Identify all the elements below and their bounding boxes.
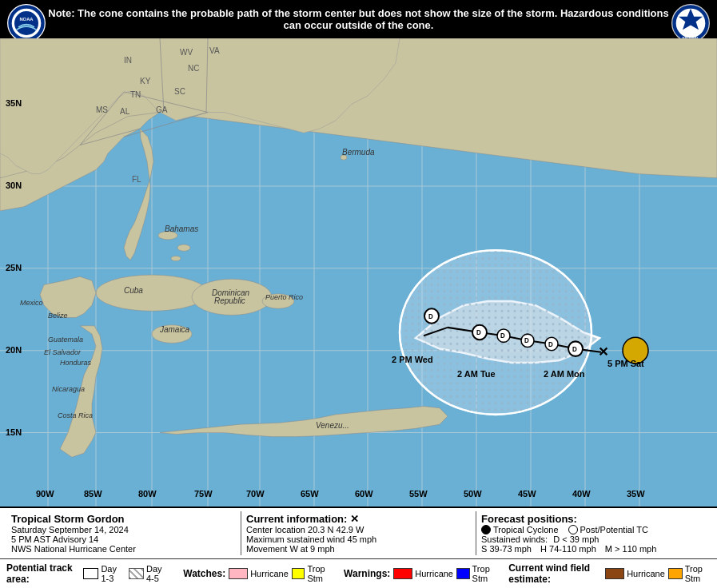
storm-advisory: 5 PM AST Advisory 14 [11, 534, 236, 544]
svg-text:70W: 70W [246, 489, 265, 499]
map-area: 35N 30N 25N 20N 15N 90W 85W 80W 75W 70W … [0, 38, 717, 507]
day13-icon [83, 568, 98, 579]
svg-text:D: D [476, 329, 481, 336]
svg-text:65W: 65W [301, 489, 319, 499]
svg-text:35W: 35W [627, 489, 645, 499]
wind-field-title: Current wind field estimate: [508, 562, 602, 585]
wind-field-section: Current wind field estimate: Hurricane T… [508, 562, 711, 585]
s-range: S 39-73 mph [481, 544, 532, 554]
svg-text:NC: NC [188, 64, 199, 73]
hurricane-field-icon [605, 568, 624, 579]
svg-text:45W: 45W [518, 489, 536, 499]
svg-text:D: D [548, 340, 553, 348]
map-svg: 35N 30N 25N 20N 15N 90W 85W 80W 75W 70W … [0, 38, 717, 507]
post-tc-legend: Post/Potential TC [568, 525, 648, 534]
svg-text:15N: 15N [6, 427, 22, 436]
potential-track-section: Potential track area: Day 1-3 Day 4-5 [6, 562, 170, 585]
trop-watch-legend: Trop Stm [292, 564, 331, 583]
svg-text:Venezu...: Venezu... [316, 421, 349, 430]
svg-text:Costa Rica: Costa Rica [58, 411, 93, 419]
svg-text:40W: 40W [572, 489, 591, 499]
info-row1: Tropical Storm Gordon Saturday September… [0, 508, 717, 559]
svg-point-41 [177, 244, 190, 251]
svg-text:SC: SC [174, 87, 185, 96]
storm-agency: NWS National Hurricane Center [11, 544, 236, 554]
post-tc-icon [568, 525, 578, 534]
day45-label: Day 4-5 [146, 564, 170, 583]
watches-title: Watches: [183, 568, 225, 579]
svg-text:2 AM Tue: 2 AM Tue [457, 368, 496, 378]
note-bar: NOAA NATIONAL Note: The cone contains th… [0, 0, 717, 38]
svg-text:2 AM Mon: 2 AM Mon [544, 368, 585, 378]
svg-text:D: D [524, 337, 529, 344]
trop-warn-legend: Trop Stm [456, 564, 496, 583]
hurricane-warn-label: Hurricane [415, 569, 453, 578]
hurricane-field-label: Hurricane [627, 569, 665, 578]
forecast-legend-row1: Tropical Cyclone Post/Potential TC [481, 525, 706, 534]
tc-icon [481, 525, 491, 534]
svg-text:D: D [572, 346, 577, 353]
svg-text:Puerto Rico: Puerto Rico [265, 293, 303, 301]
svg-text:D: D [500, 332, 505, 340]
center-location: Center location 20.3 N 42.9 W [246, 525, 471, 534]
warnings-section: Warnings: Hurricane Trop Stm [344, 564, 496, 583]
main-container: NOAA NATIONAL Note: The cone contains th… [0, 0, 717, 588]
day45-icon [129, 568, 144, 579]
svg-text:Nicaragua: Nicaragua [52, 385, 85, 393]
hurricane-watch-legend: Hurricane [229, 568, 289, 579]
sustained-label: Sustained winds: [481, 534, 548, 544]
svg-text:5 PM Sat: 5 PM Sat [607, 359, 644, 368]
svg-text:Guatemala: Guatemala [48, 336, 83, 344]
svg-text:Cuba: Cuba [124, 286, 143, 295]
potential-track-title: Potential track area: [6, 562, 80, 585]
svg-text:FL: FL [132, 175, 141, 184]
svg-text:85W: 85W [84, 489, 102, 499]
svg-text:D: D [428, 312, 433, 320]
svg-text:90W: 90W [36, 489, 54, 499]
hurricane-watch-icon [229, 568, 248, 579]
hurricane-watch-label: Hurricane [250, 569, 289, 578]
trop-watch-icon [292, 568, 305, 579]
max-wind: Maximum sustained wind 45 mph [246, 534, 471, 544]
trop-warn-icon [456, 568, 470, 579]
svg-text:Bahamas: Bahamas [165, 224, 198, 232]
svg-text:TN: TN [130, 90, 141, 99]
tc-legend: Tropical Cyclone [481, 525, 559, 534]
svg-text:Republic: Republic [214, 296, 245, 305]
nws-logo: NATIONAL [671, 3, 711, 43]
storm-date: Saturday September 14, 2024 [11, 525, 236, 534]
tc-label: Tropical Cyclone [493, 525, 559, 534]
svg-text:Belize: Belize [48, 311, 67, 319]
svg-point-92 [400, 250, 592, 415]
trop-field-icon [668, 568, 683, 579]
svg-text:55W: 55W [409, 489, 428, 499]
svg-text:25N: 25N [6, 263, 22, 272]
warnings-title: Warnings: [344, 568, 390, 579]
day13-label: Day 1-3 [101, 564, 125, 583]
trop-watch-label: Trop Stm [307, 564, 331, 583]
svg-text:20N: 20N [6, 345, 22, 355]
svg-text:WV: WV [180, 47, 193, 56]
day45-legend: Day 4-5 [129, 564, 171, 583]
svg-text:30N: 30N [6, 181, 22, 190]
hurricane-warn-icon [393, 568, 412, 579]
m-range: M > 110 mph [605, 544, 657, 554]
post-tc-label: Post/Potential TC [580, 525, 648, 534]
info-panel: Tropical Storm Gordon Saturday September… [0, 507, 717, 588]
svg-point-36 [96, 275, 208, 311]
day13-legend: Day 1-3 [83, 564, 125, 583]
storm-name: Tropical Storm Gordon [11, 513, 236, 525]
forecast-title: Forecast positions: [481, 513, 706, 525]
svg-text:✕: ✕ [598, 344, 608, 359]
svg-text:AL: AL [120, 106, 130, 115]
svg-text:GA: GA [156, 105, 168, 113]
noaa-logo: NOAA [6, 3, 46, 43]
svg-point-2 [14, 11, 38, 35]
svg-text:2 PM Wed: 2 PM Wed [392, 355, 433, 364]
svg-point-42 [171, 256, 181, 260]
current-info-title: Current information: ✕ [246, 513, 471, 525]
trop-field-label: Trop Stm [685, 564, 711, 583]
svg-text:80W: 80W [138, 489, 157, 499]
svg-text:50W: 50W [464, 489, 482, 499]
svg-text:Honduras: Honduras [60, 359, 91, 367]
